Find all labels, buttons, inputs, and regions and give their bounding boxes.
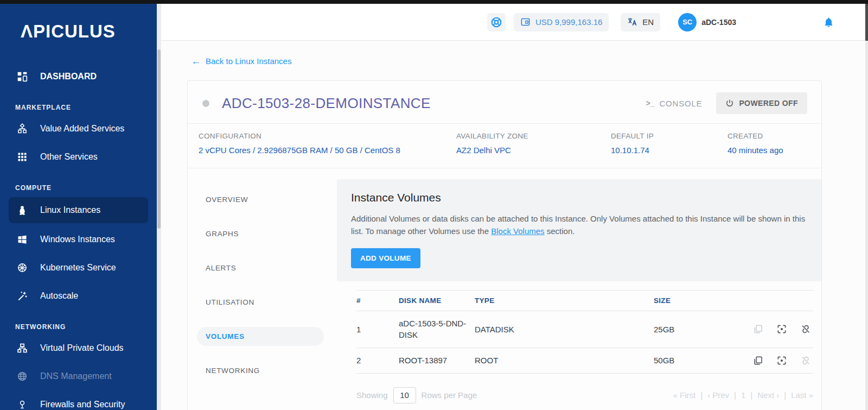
terminal-icon: >_: [646, 99, 654, 108]
translate-icon: [627, 17, 637, 27]
sidebar-item-virtual-private-clouds[interactable]: Virtual Private Clouds: [0, 335, 157, 361]
col-header-disk-name: DISK NAME: [399, 290, 475, 311]
sidebar: ΛPICULUS DASHBOARD MARKETPLACE Value Add…: [0, 4, 157, 410]
sitemap-icon: [16, 342, 28, 354]
col-header-actions: [746, 290, 813, 311]
instance-tabs: OVERVIEW GRAPHS ALERTS UTILISATION VOLUM…: [188, 168, 337, 403]
instance-detail-row: CONFIGURATION 2 vCPU Cores / 2.9296875GB…: [188, 124, 821, 168]
windows-icon: [16, 234, 28, 245]
row-num: 2: [356, 348, 399, 374]
power-icon: [725, 99, 734, 108]
globe-icon: [16, 370, 28, 382]
sidebar-scrollbar[interactable]: [157, 4, 161, 410]
instance-title: ADC-1503-28-DEMOINSTANCE: [222, 95, 646, 112]
table-row: 2 ROOT-13897 ROOT 50GB: [356, 348, 813, 374]
tab-networking[interactable]: NETWORKING: [197, 361, 324, 380]
disk-size: 25GB: [654, 311, 746, 348]
linux-icon: [16, 204, 28, 216]
rows-per-page-input[interactable]: [393, 387, 416, 403]
main-scrollbar-track[interactable]: [865, 41, 868, 410]
detach-icon[interactable]: [800, 324, 811, 335]
wallet-balance-chip[interactable]: USD 9,999,163.16: [514, 13, 609, 31]
sidebar-item-label: Autoscale: [40, 291, 78, 301]
pagination-next[interactable]: Next ›: [757, 390, 779, 400]
back-to-linux-instances-link[interactable]: ← Back to Linux Instances: [191, 56, 291, 66]
detail-default-ip: DEFAULT IP 10.10.1.74: [611, 132, 727, 155]
sidebar-item-windows-instances[interactable]: Windows Instances: [0, 226, 157, 253]
kubernetes-icon: [16, 262, 28, 274]
volumes-table: # DISK NAME TYPE SIZE 1: [356, 290, 813, 374]
dashboard-icon: [16, 71, 28, 83]
detail-availability-zone: AVAILABILITY ZONE AZ2 Delhi VPC: [456, 132, 611, 155]
sidebar-item-label: Kubernetes Service: [40, 263, 116, 273]
apiculus-logo: ΛPICULUS: [0, 14, 157, 47]
pagination-first[interactable]: « First: [673, 390, 695, 400]
value-added-services-icon: [16, 123, 28, 135]
life-ring-icon: [490, 16, 502, 28]
pagination-page-1[interactable]: 1: [741, 390, 745, 400]
instance-volumes-panel: Instance Volumes Additional Volumes or d…: [337, 179, 821, 281]
sidebar-section-compute: COMPUTE: [0, 184, 157, 194]
sidebar-item-kubernetes-service[interactable]: Kubernetes Service: [0, 255, 157, 281]
block-volumes-link[interactable]: Block Volumes: [491, 226, 544, 236]
disk-size: 50GB: [654, 348, 746, 374]
sidebar-item-linux-instances[interactable]: Linux Instances: [9, 197, 148, 223]
table-footer: Showing Rows per Page « First | ‹ Prev |…: [356, 387, 813, 403]
avatar: SC: [678, 13, 697, 31]
copy-icon[interactable]: [752, 324, 763, 335]
pin-shield-icon: [16, 399, 28, 410]
pagination: « First | ‹ Prev | 1 | Next › | Last »: [673, 390, 813, 400]
sidebar-item-label: Other Services: [40, 152, 98, 162]
detail-configuration: CONFIGURATION 2 vCPU Cores / 2.9296875GB…: [199, 132, 456, 155]
sidebar-item-value-added-services[interactable]: Value Added Services: [0, 116, 157, 142]
sidebar-nav: DASHBOARD MARKETPLACE Value Added Servic…: [0, 47, 157, 410]
language-selector[interactable]: EN: [621, 13, 660, 31]
sidebar-item-label: Value Added Services: [40, 124, 124, 134]
sidebar-section-networking: NETWORKING: [0, 323, 157, 333]
help-button[interactable]: [487, 13, 506, 31]
instance-card-header: ADC-1503-28-DEMOINSTANCE >_ CONSOLE POWE…: [188, 81, 821, 123]
sidebar-section-marketplace: MARKETPLACE: [0, 104, 157, 113]
notifications-button[interactable]: [823, 16, 834, 28]
col-header-num: #: [356, 290, 399, 311]
tab-graphs[interactable]: GRAPHS: [197, 224, 324, 243]
sidebar-scrollbar-thumb[interactable]: [157, 49, 161, 229]
sidebar-item-firewalls-and-security[interactable]: Firewalls and Security: [0, 392, 157, 410]
pagination-last[interactable]: Last »: [791, 390, 813, 400]
detach-icon[interactable]: [800, 355, 811, 366]
rows-per-page-control: Showing Rows per Page: [356, 387, 477, 403]
disk-name: aDC-1503-5-DND-DISK: [399, 318, 469, 342]
tab-volumes[interactable]: VOLUMES: [197, 327, 324, 346]
sidebar-item-dashboard[interactable]: DASHBOARD: [0, 64, 157, 90]
account-menu[interactable]: SC aDC-1503: [678, 13, 736, 31]
page-content: ← Back to Linux Instances ADC-1503-28-DE…: [161, 41, 868, 410]
sidebar-item-label: Linux Instances: [40, 205, 100, 215]
row-num: 1: [356, 311, 399, 348]
tab-utilisation[interactable]: UTILISATION: [197, 293, 324, 312]
topbar: USD 9,999,163.16 EN SC aDC-1503: [161, 4, 868, 41]
bell-icon: [823, 16, 834, 28]
snapshot-icon[interactable]: [776, 324, 787, 335]
snapshot-icon[interactable]: [776, 355, 787, 366]
sidebar-item-autoscale[interactable]: Autoscale: [0, 283, 157, 309]
sidebar-item-label: DNS Management: [40, 371, 112, 381]
copy-icon[interactable]: [752, 355, 763, 366]
disk-type: ROOT: [475, 348, 654, 374]
volumes-description: Additional Volumes or data disks can be …: [351, 212, 807, 238]
table-header-row: # DISK NAME TYPE SIZE: [356, 290, 813, 311]
console-button[interactable]: >_ CONSOLE: [646, 99, 702, 108]
tab-overview[interactable]: OVERVIEW: [197, 190, 324, 209]
tab-alerts[interactable]: ALERTS: [197, 258, 324, 277]
window-right-edge: [865, 4, 868, 41]
volumes-tab-content: Instance Volumes Additional Volumes or d…: [337, 168, 821, 403]
add-volume-button[interactable]: ADD VOLUME: [351, 248, 420, 268]
disk-type: DATADISK: [475, 311, 654, 348]
language-label: EN: [642, 17, 654, 27]
sidebar-item-dns-management[interactable]: DNS Management: [0, 363, 157, 389]
detail-created: CREATED 40 minutes ago: [727, 132, 821, 155]
power-state-button[interactable]: POWERED OFF: [716, 92, 807, 114]
pagination-prev[interactable]: ‹ Prev: [707, 390, 729, 400]
sidebar-item-other-services[interactable]: Other Services: [0, 144, 157, 170]
disk-name: ROOT-13897: [399, 355, 469, 367]
account-name: aDC-1503: [701, 18, 736, 27]
